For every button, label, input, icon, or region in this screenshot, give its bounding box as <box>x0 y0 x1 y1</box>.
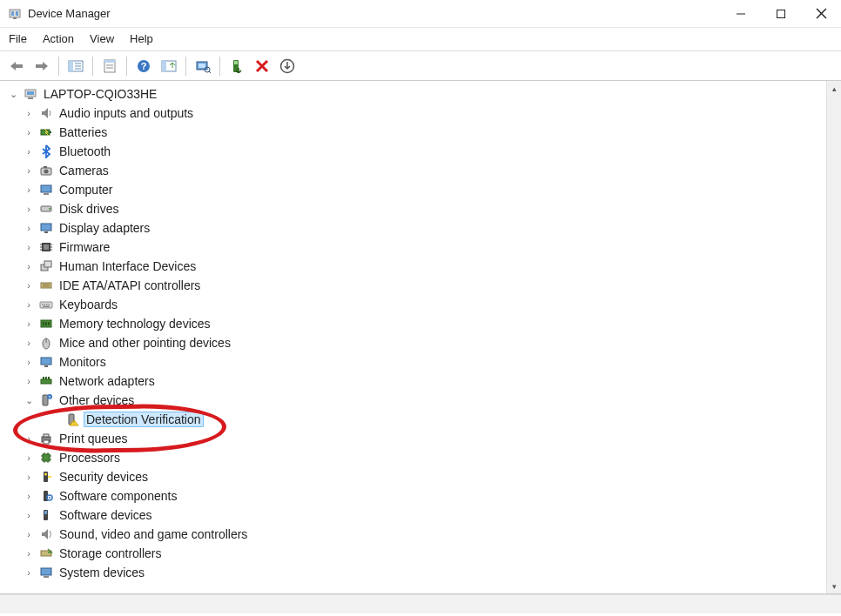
tree-item-label: Security devices <box>57 470 150 484</box>
tree-item-label: Other devices <box>57 393 136 407</box>
chevron-right-icon[interactable]: › <box>23 472 35 482</box>
chevron-right-icon[interactable]: › <box>23 376 35 386</box>
tree-item[interactable]: ›Software components <box>7 486 841 506</box>
svg-text:!: ! <box>73 420 74 425</box>
chevron-right-icon[interactable]: › <box>23 146 35 157</box>
update-driver-button[interactable] <box>158 55 180 77</box>
svg-rect-66 <box>43 322 44 325</box>
svg-point-38 <box>44 170 49 174</box>
chevron-right-icon[interactable]: › <box>23 529 35 539</box>
tree-item-label: Software components <box>57 489 178 503</box>
close-button[interactable] <box>801 0 841 28</box>
tree-item[interactable]: ›Sound, video and game controllers <box>7 525 841 544</box>
chevron-right-icon[interactable]: › <box>23 491 35 501</box>
maximize-button[interactable] <box>761 0 801 28</box>
tree-item[interactable]: ›Memory technology devices <box>7 314 841 333</box>
tree-item[interactable]: ›Batteries <box>7 123 841 142</box>
vertical-scrollbar[interactable]: ▴ ▾ <box>826 81 841 593</box>
network-icon <box>38 373 54 389</box>
menu-action[interactable]: Action <box>43 32 74 45</box>
svg-rect-41 <box>44 193 49 195</box>
help-button[interactable]: ? <box>132 55 155 77</box>
svg-rect-67 <box>45 322 47 325</box>
app-icon <box>7 6 23 22</box>
tree-item[interactable]: ⌄?Other devices <box>7 391 841 410</box>
chevron-right-icon[interactable]: › <box>23 548 35 559</box>
forward-button[interactable] <box>30 55 53 77</box>
tree-item-label: Batteries <box>57 125 109 139</box>
tree-item[interactable]: ›Network adapters <box>7 372 841 391</box>
chevron-right-icon[interactable]: › <box>23 204 35 214</box>
tree-item[interactable]: ›Monitors <box>7 352 841 372</box>
tree-item[interactable]: ›Security devices <box>7 467 841 486</box>
toolbar: ? <box>0 51 841 81</box>
chevron-right-icon[interactable]: › <box>23 299 35 310</box>
tree-item[interactable]: ›Storage controllers <box>7 544 841 563</box>
menu-view[interactable]: View <box>90 32 114 45</box>
show-hide-tree-button[interactable] <box>64 55 87 77</box>
chevron-right-icon[interactable]: › <box>23 261 35 271</box>
tree-item[interactable]: ›Audio inputs and outputs <box>7 104 841 123</box>
tree-item[interactable]: ›Software devices <box>7 506 841 525</box>
chevron-down-icon[interactable]: ⌄ <box>23 395 35 406</box>
chevron-right-icon[interactable]: › <box>23 338 35 348</box>
tree-item[interactable]: ›Computer <box>7 180 841 199</box>
properties-button[interactable] <box>98 55 121 77</box>
chevron-right-icon[interactable]: › <box>23 108 35 118</box>
chevron-right-icon[interactable]: › <box>23 567 35 578</box>
tree-root[interactable]: ⌄ LAPTOP-CQIO33HE <box>7 84 841 104</box>
svg-rect-5 <box>777 10 785 17</box>
svg-rect-64 <box>43 306 50 308</box>
chevron-right-icon[interactable]: › <box>23 242 35 252</box>
chevron-right-icon[interactable]: › <box>23 165 35 176</box>
tree-item[interactable]: ›IDE ATA/ATAPI controllers <box>7 276 841 295</box>
chevron-right-icon[interactable]: › <box>23 184 35 195</box>
tree-item[interactable]: ›Bluetooth <box>7 142 841 161</box>
toolbar-separator <box>92 57 93 76</box>
toolbar-separator <box>58 57 59 76</box>
chevron-right-icon[interactable]: › <box>23 357 35 367</box>
svg-rect-45 <box>44 231 48 233</box>
tree-item[interactable]: ›Keyboards <box>7 295 841 314</box>
tree-item-label: Software devices <box>57 508 154 522</box>
tree-item[interactable]: ›Cameras <box>7 161 841 180</box>
scan-button[interactable] <box>192 55 214 77</box>
tree-child-item[interactable]: !Detection Verification <box>7 410 841 429</box>
chevron-right-icon[interactable]: › <box>23 280 35 291</box>
svg-rect-36 <box>50 131 51 133</box>
tree-item[interactable]: ›System devices <box>7 563 841 582</box>
chevron-right-icon[interactable]: › <box>23 127 35 137</box>
tree-item[interactable]: ›Mice and other pointing devices <box>7 333 841 352</box>
svg-rect-68 <box>48 322 50 325</box>
bluetooth-icon <box>38 144 54 159</box>
chevron-right-icon[interactable]: › <box>23 452 35 463</box>
tree-item[interactable]: ›Print queues <box>7 429 841 448</box>
tree-item-label: Detection Verification <box>84 412 204 427</box>
chevron-right-icon[interactable]: › <box>23 223 35 233</box>
tree-item[interactable]: ›Human Interface Devices <box>7 257 841 276</box>
chevron-right-icon[interactable]: › <box>23 433 35 444</box>
chevron-right-icon[interactable]: › <box>23 318 35 329</box>
tree-item[interactable]: ›Display adapters <box>7 218 841 238</box>
svg-rect-96 <box>48 476 51 478</box>
back-button[interactable] <box>5 55 28 77</box>
minimize-button[interactable] <box>721 0 761 28</box>
tree-item[interactable]: ›Disk drives <box>7 199 841 218</box>
svg-rect-0 <box>10 10 20 17</box>
svg-rect-85 <box>43 454 50 461</box>
swdev-icon <box>38 507 54 523</box>
tree-item[interactable]: ›Firmware <box>7 238 841 257</box>
add-legacy-button[interactable] <box>276 55 299 77</box>
tree-item[interactable]: ›Processors <box>7 448 841 467</box>
menu-help[interactable]: Help <box>130 32 153 45</box>
enable-device-button[interactable] <box>225 55 248 77</box>
svg-rect-3 <box>13 17 17 19</box>
uninstall-button[interactable] <box>251 55 273 77</box>
chevron-down-icon[interactable]: ⌄ <box>7 89 19 100</box>
scroll-up-icon[interactable]: ▴ <box>827 81 841 96</box>
scroll-down-icon[interactable]: ▾ <box>827 579 841 593</box>
chevron-right-icon[interactable]: › <box>23 510 35 520</box>
device-tree[interactable]: ⌄ LAPTOP-CQIO33HE ›Audio inputs and outp… <box>0 81 841 582</box>
svg-rect-74 <box>43 377 44 379</box>
menu-file[interactable]: File <box>9 32 27 45</box>
